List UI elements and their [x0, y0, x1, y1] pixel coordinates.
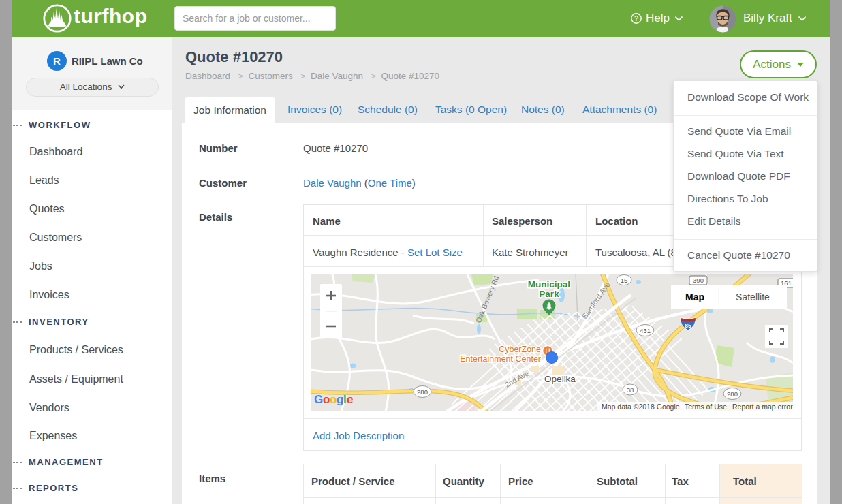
svg-text:R: R: [53, 55, 61, 67]
svg-text:Opelika: Opelika: [544, 374, 576, 384]
svg-text:o: o: [330, 393, 337, 406]
svg-text:Entertainment Center: Entertainment Center: [460, 354, 541, 364]
svg-text:CyberZone: CyberZone: [499, 345, 541, 354]
svg-text:390: 390: [693, 277, 704, 284]
svg-text:Park: Park: [539, 289, 559, 299]
svg-text:Terms of Use: Terms of Use: [685, 403, 727, 411]
svg-text:Report a map error: Report a map error: [732, 403, 793, 411]
svg-text:e: e: [347, 393, 353, 406]
svg-text:?: ?: [634, 14, 638, 22]
svg-text:G: G: [314, 393, 323, 406]
svg-text:280: 280: [417, 388, 428, 396]
svg-text:431: 431: [640, 327, 651, 334]
svg-text:280: 280: [727, 390, 738, 398]
svg-text:Map: Map: [685, 292, 704, 302]
svg-text:15: 15: [621, 277, 628, 284]
svg-text:Map data ©2018 Google: Map data ©2018 Google: [602, 403, 680, 411]
svg-text:Municipal: Municipal: [528, 279, 570, 289]
svg-text:g: g: [337, 393, 343, 406]
svg-text:85: 85: [685, 322, 691, 329]
svg-text:38: 38: [627, 386, 634, 394]
svg-text:o: o: [323, 393, 330, 406]
svg-text:Satellite: Satellite: [736, 292, 770, 302]
